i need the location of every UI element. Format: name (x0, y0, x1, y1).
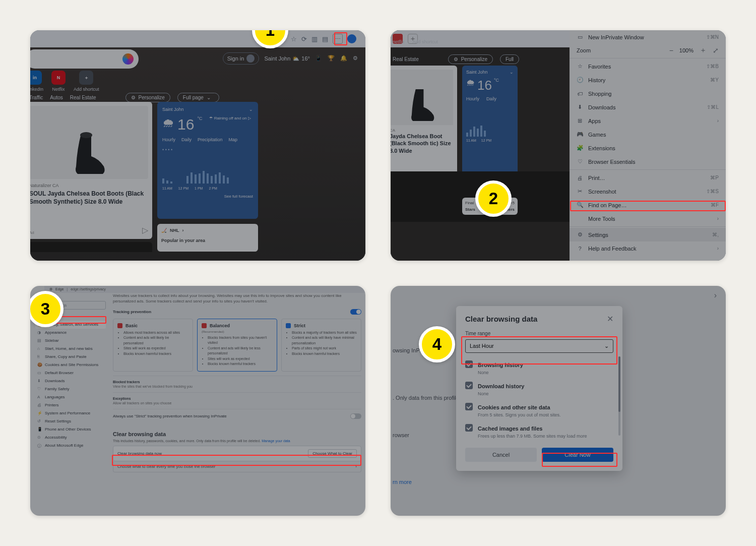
sidebar-item-appearance[interactable]: ◑Appearance (35, 329, 106, 337)
cancel-button[interactable]: Cancel (465, 448, 537, 462)
menu-button[interactable]: ⋯ (333, 34, 343, 44)
blocked-trackers-row[interactable]: Blocked trackersView the sites that we'v… (113, 376, 361, 392)
tag-icon: 🏷 (577, 90, 583, 97)
choose-what-to-clear-button[interactable]: Choose What to Clear (308, 449, 357, 458)
clear-now-button[interactable]: Clear Now (542, 448, 613, 462)
checkbox-icon[interactable] (465, 382, 473, 389)
zoom-out-button[interactable]: − (669, 46, 673, 54)
sidebar-item-languages[interactable]: ALanguages (35, 393, 106, 401)
checkbox-icon[interactable] (465, 424, 473, 432)
see-forecast-link[interactable]: See full forecast (162, 194, 253, 199)
menu-new-inprivate[interactable]: ▭New InPrivate Window ⇧⌘N (570, 30, 726, 44)
sidebar-item-family[interactable]: ♡Family Safety (35, 385, 106, 393)
weather-city: Saint John (162, 107, 184, 112)
menu-screenshot[interactable]: ✂Screenshot⇧⌘S (570, 185, 726, 198)
sidebar-item-sidebar[interactable]: ▤Sidebar (35, 337, 106, 345)
star-icon[interactable]: ☆ (291, 35, 297, 43)
sidebar-item-accessibility[interactable]: ⊙Accessibility (35, 434, 106, 442)
weather-card[interactable]: Saint John⌄ 🌧 16 °C ☂ Raining off and on… (157, 102, 258, 219)
browser-context-menu: ▭New InPrivate Window ⇧⌘N Zoom − 100% ＋ … (570, 30, 726, 261)
mobile-icon[interactable]: 📱 (315, 55, 323, 63)
menu-extensions[interactable]: 🧩Extensions (570, 141, 726, 155)
check-download-history[interactable]: Download historyNone (465, 381, 613, 396)
tile-add-shortcut[interactable]: ＋Add shortcut (74, 71, 99, 92)
nhl-card[interactable]: 🏒 NHL › Popular in your area (157, 224, 258, 252)
nav-traffic[interactable]: Traffic (30, 95, 43, 100)
check-cookies[interactable]: Cookies and other site dataFrom 5 sites.… (465, 402, 613, 417)
product-card[interactable]: Naturalizer CA SOUL Jayda Chelsea Boot B… (30, 102, 152, 239)
tracking-option-basic[interactable]: Basic Allows most trackers across all si… (113, 319, 193, 372)
zoom-in-button[interactable]: ＋ (700, 46, 707, 55)
tile-netflix[interactable]: NNetflix (51, 71, 66, 92)
menu-history[interactable]: 🕘History⌘Y (570, 73, 726, 87)
menu-apps[interactable]: ⊞Apps› (570, 114, 726, 128)
close-icon[interactable]: ✕ (607, 314, 613, 324)
tracking-toggle[interactable] (350, 309, 361, 315)
sign-in-button[interactable]: Sign in (223, 52, 260, 65)
sidebar-item-downloads[interactable]: ⬇Downloads (35, 377, 106, 385)
copilot-icon[interactable] (122, 53, 134, 65)
tile-linkedin[interactable]: inLinkedIn (30, 71, 43, 92)
settings-tab: ⚙Edge|edge://settings/privacy (44, 286, 365, 293)
menu-find[interactable]: 🔍Find on Page…⌘F (570, 198, 726, 212)
sidebar-item-reset[interactable]: ↺Reset Settings (35, 417, 106, 426)
rewards-icon[interactable]: 🏆 (328, 55, 335, 63)
chevron-icon[interactable]: ⌄ (249, 107, 253, 112)
sidebar-item-share[interactable]: ⎘Share, Copy and Paste (35, 353, 106, 361)
sidebar-item-default[interactable]: ▭Default Browser (35, 369, 106, 377)
menu-downloads[interactable]: ⬇Downloads⇧⌘L (570, 100, 726, 114)
product-card[interactable]: CA Jayda Chelsea Boot (Black Smooth tic)… (391, 66, 457, 176)
learn-more-link[interactable]: rn more (393, 479, 412, 485)
sidebar-item-system[interactable]: ⚡System and Performance (35, 409, 106, 417)
sidebar-item-cookies[interactable]: 🍪Cookies and Site Permissions (35, 361, 106, 369)
tracking-prevention-heading: Tracking prevention (113, 310, 151, 314)
tracking-option-strict[interactable]: Strict Blocks a majority of trackers fro… (281, 319, 361, 372)
settings-icon[interactable]: ⚙ (353, 55, 360, 63)
search-bar[interactable] (30, 49, 139, 69)
menu-help[interactable]: ?Help and Feedback› (570, 241, 726, 255)
sidebar-item-printers[interactable]: 🖨Printers (35, 401, 106, 409)
clear-on-close-row[interactable]: Choose what to clear every time you clos… (113, 461, 361, 472)
exceptions-row[interactable]: ExceptionsAllow all trackers on sites yo… (113, 392, 361, 409)
sidebar-item-start[interactable]: ⌂Start, Home, and new tabs (35, 345, 106, 353)
check-browsing-history[interactable]: Browsing historyNone (465, 360, 613, 375)
personalize-pill[interactable]: ⚙ Personalize (448, 54, 493, 64)
layout-dropdown[interactable]: Full (500, 54, 519, 64)
refresh-icon[interactable]: ⟳ (301, 35, 307, 43)
menu-more-tools[interactable]: More Tools› (570, 212, 726, 225)
menu-print[interactable]: 🖨Print…⌘P (570, 171, 726, 185)
tracking-option-balanced[interactable]: Balanced (Recommended) Blocks trackers f… (197, 319, 277, 372)
strict-inprivate-toggle[interactable] (350, 413, 361, 419)
time-range-label: Time range (465, 331, 613, 336)
collections-icon[interactable]: ▤ (322, 35, 328, 43)
fullscreen-button[interactable]: ⤢ (713, 46, 719, 54)
help-icon: ? (577, 245, 583, 252)
nav-realestate[interactable]: Real Estate (70, 95, 96, 100)
layout-dropdown[interactable]: Full page ⌄ (177, 93, 219, 102)
modal-scrollbar[interactable] (618, 356, 620, 436)
sidebar-item-about[interactable]: ⓘAbout Microsoft Edge (35, 442, 106, 450)
menu-essentials[interactable]: ♡Browser Essentials (570, 155, 726, 168)
step-1-panel: ☆ ⟳ ▥ ▤ ⋯ Sign in Saint John ⛅ 16° 📱 🏆 🔔… (30, 30, 365, 261)
time-range-select[interactable]: Last Hour ⌄ (465, 339, 613, 353)
panel2-background: ＋ netflix Add shortcut Real Estate ⚙ Per… (391, 30, 570, 261)
header-weather[interactable]: Saint John ⛅ 16° (264, 55, 310, 62)
checkbox-icon[interactable] (465, 360, 473, 368)
nav-autos[interactable]: Autos (50, 95, 63, 100)
manage-data-link[interactable]: Manage your data (262, 439, 290, 443)
play-icon[interactable]: ▷ (142, 225, 148, 235)
sidebar-item-phone[interactable]: 📱Phone and Other Devices (35, 426, 106, 434)
profile-icon[interactable] (347, 34, 356, 43)
personalize-pill[interactable]: ⚙ Personalize (125, 93, 170, 102)
chevron-right-icon[interactable]: › (714, 291, 717, 300)
menu-settings[interactable]: ⚙Settings⌘, (570, 228, 726, 241)
notifications-icon[interactable]: 🔔 (340, 55, 348, 63)
chevron-down-icon: ⌄ (604, 343, 609, 349)
menu-shopping[interactable]: 🏷Shopping (570, 87, 726, 100)
menu-games[interactable]: 🎮Games (570, 128, 726, 141)
clear-browsing-data-desc: This includes history, passwords, cookie… (113, 439, 361, 443)
check-cached[interactable]: Cached images and filesFrees up less tha… (465, 423, 613, 439)
checkbox-icon[interactable] (465, 403, 473, 410)
menu-favorites[interactable]: ☆Favorites⇧⌘B (570, 59, 726, 73)
sidebar-icon[interactable]: ▥ (311, 35, 318, 43)
